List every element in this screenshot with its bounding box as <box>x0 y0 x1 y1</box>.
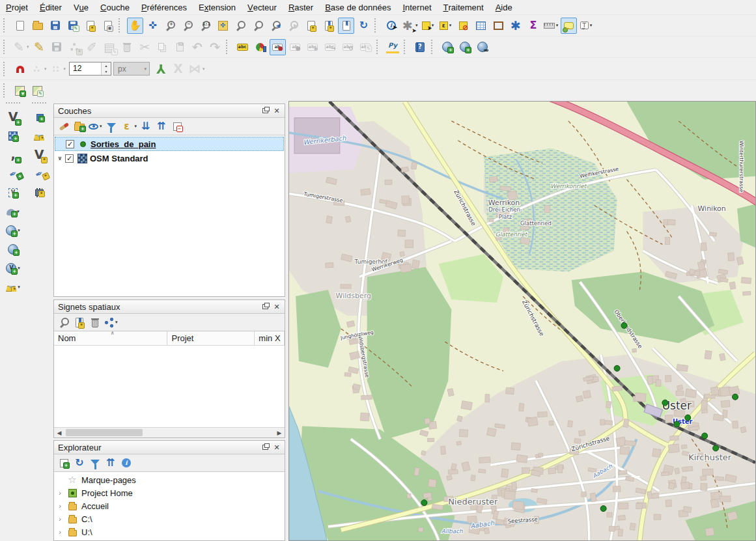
snapping-tolerance-type-button[interactable]: ∷▾ <box>49 61 67 77</box>
browser-item-c-[interactable]: ›C:\ <box>54 512 285 525</box>
avoid-overlap-button[interactable]: ⋈▾ <box>188 61 206 77</box>
new-map-view-button[interactable]: * <box>303 18 319 34</box>
select-features-button[interactable]: ➤▾ <box>420 18 436 34</box>
zoom-in-button[interactable]: + <box>162 18 178 34</box>
metasearch-search-button[interactable]: + <box>457 39 473 55</box>
scroll-right-arrow[interactable]: ▶ <box>274 430 285 436</box>
add-vector-layer-button[interactable]: V+ <box>5 109 21 125</box>
float-panel-button[interactable] <box>260 302 270 312</box>
cut-features-button[interactable]: ✂ <box>137 39 153 55</box>
enable-snapping-button[interactable] <box>12 61 28 77</box>
zoom-native-button[interactable]: 1:1 <box>197 18 214 34</box>
deselect-features-button[interactable]: ⊘ <box>455 18 471 34</box>
layer-labeling-options-button[interactable]: abc <box>234 39 251 55</box>
browser-item-u-[interactable]: ›U:\ <box>54 525 285 538</box>
snapping-on-intersection-button[interactable]: X <box>170 61 186 77</box>
map-tips-button[interactable] <box>561 18 577 34</box>
zoom-full-button[interactable]: ✜ <box>215 18 231 34</box>
add-geonode-layer-button[interactable]: *▾ <box>5 279 21 295</box>
toolbar-separator[interactable] <box>226 40 231 54</box>
manage-visibility-button[interactable]: ▾ <box>88 119 103 133</box>
rotate-label-button[interactable]: abc↺ <box>340 39 356 55</box>
scrollbar-track[interactable] <box>64 428 274 437</box>
add-group-button[interactable]: + <box>72 119 87 133</box>
spin-down-button[interactable]: ▼ <box>102 69 111 76</box>
new-bookmark-button[interactable]: * <box>72 315 87 329</box>
save-layer-edits-button[interactable] <box>49 39 65 55</box>
new-spatial-bookmark-button[interactable]: * <box>320 18 337 34</box>
menu-extension[interactable]: Extension <box>193 0 242 14</box>
layer-item-osm-standard[interactable]: ∨✓OSM Standard <box>55 151 284 165</box>
menu-couche[interactable]: Couche <box>94 0 135 14</box>
delete-bookmark-button[interactable] <box>88 315 102 329</box>
help-contents-button[interactable]: ? <box>412 39 428 55</box>
toolbar-handle[interactable] <box>6 102 20 105</box>
zoom-to-bookmark-button[interactable] <box>57 315 71 329</box>
delete-selected-button[interactable] <box>119 39 135 55</box>
menu-vue[interactable]: Vue <box>68 0 94 14</box>
save-project-as-button[interactable]: ✎ <box>64 18 81 34</box>
layer-diagram-options-button[interactable] <box>252 39 268 55</box>
toolbar-handle[interactable] <box>32 102 46 105</box>
layer-item-sorties-de-pain[interactable]: ✓Sorties_de_pain <box>55 137 284 151</box>
add-postgis-layer-button[interactable]: +▾ <box>5 203 21 219</box>
field-calculator-button[interactable] <box>490 18 507 34</box>
pan-to-selection-button[interactable]: ✜ <box>145 18 161 34</box>
show-spatial-bookmarks-button[interactable] <box>338 18 354 34</box>
save-project-button[interactable] <box>47 18 63 34</box>
expand-chevron-icon[interactable]: › <box>54 502 66 510</box>
undo-button[interactable]: ↶ <box>189 39 206 55</box>
topological-editing-button[interactable]: Y <box>152 61 169 77</box>
metasearch-button[interactable]: oo <box>475 39 491 55</box>
toolbar-separator[interactable] <box>3 18 8 33</box>
menu-aide[interactable]: Aide <box>490 0 518 14</box>
pin-unpin-labels-button[interactable]: ab● <box>270 39 286 55</box>
close-panel-button[interactable]: ✕ <box>272 443 282 452</box>
measure-button[interactable]: ▾ <box>543 18 559 34</box>
refresh-browser-button[interactable]: ↻ <box>72 456 87 470</box>
show-hidden-labels-button[interactable]: abc◉ <box>305 39 321 55</box>
move-label-button[interactable]: abc→ <box>322 39 339 55</box>
filter-by-expression-button[interactable]: ε▾ <box>120 119 138 133</box>
bookmarks-column-header-projet[interactable]: Projet <box>167 331 255 345</box>
refresh-map-button[interactable]: ↻ <box>356 18 372 34</box>
toggle-editing-button[interactable]: ✎ <box>31 39 48 55</box>
show-layout-manager-button[interactable]: ✱ <box>100 18 116 34</box>
vertex-tool-button[interactable]: ✐ <box>84 39 100 55</box>
filter-legend-button[interactable] <box>104 119 119 133</box>
open-project-button[interactable] <box>29 18 46 34</box>
toolbar-separator[interactable] <box>119 18 124 33</box>
toolbar-separator[interactable] <box>431 40 436 54</box>
snapping-unit-select[interactable]: px▾ <box>113 62 150 76</box>
browser-item-project-home[interactable]: ›Project Home <box>54 486 285 499</box>
bookmarks-column-header-nom[interactable]: Nom∧ <box>54 331 167 345</box>
new-memory-layer-button[interactable]: * <box>31 184 48 201</box>
expand-chevron-icon[interactable]: › <box>54 528 66 536</box>
toolbar-separator[interactable] <box>3 83 8 98</box>
scroll-left-arrow[interactable]: ◀ <box>54 430 64 436</box>
open-attribute-table-button[interactable] <box>473 18 489 34</box>
filter-browser-button[interactable] <box>88 456 102 470</box>
scrollbar-thumb[interactable] <box>66 429 143 436</box>
add-wms-layer-button[interactable]: +▾ <box>5 222 21 238</box>
new-print-layout-button[interactable]: * <box>82 18 98 34</box>
collapse-browser-button[interactable]: ⇈ <box>104 456 118 470</box>
menu-traitement[interactable]: Traitement <box>438 0 490 14</box>
identify-features-button[interactable]: i➤ <box>383 18 399 34</box>
zoom-last-button[interactable]: ◀ <box>268 18 284 34</box>
browser-item-geopackage[interactable]: ›GeoPackage <box>54 538 285 540</box>
menu-internet[interactable]: Internet <box>397 0 437 14</box>
redo-button[interactable]: ↷ <box>207 39 223 55</box>
run-feature-action-button[interactable]: ✱➤▾ <box>400 18 419 34</box>
select-by-expression-button[interactable]: ε▾ <box>438 18 454 34</box>
menu--diter[interactable]: Éditer <box>34 0 68 14</box>
add-spatialite-layer-button[interactable]: ✒+ <box>5 165 21 182</box>
add-point-feature-button[interactable]: ∴* <box>66 39 83 55</box>
new-geopackage-layer-button[interactable]: * <box>31 128 48 144</box>
expand-chevron-icon[interactable]: › <box>54 515 66 523</box>
float-panel-button[interactable] <box>260 443 270 452</box>
zoom-to-layer-button[interactable] <box>232 18 249 34</box>
menu-raster[interactable]: Raster <box>283 0 319 14</box>
new-project-button[interactable] <box>12 18 28 34</box>
copy-features-button[interactable] <box>154 39 171 55</box>
